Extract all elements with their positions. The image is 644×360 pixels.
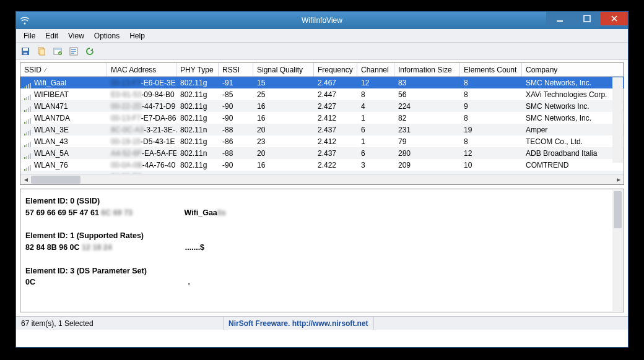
svg-point-0 xyxy=(24,23,26,25)
cell-elem: 8 xyxy=(460,112,522,124)
cell-rssi: -90 xyxy=(219,159,253,171)
grid-vertical-scrollbar[interactable] xyxy=(612,77,623,163)
column-header-freq[interactable]: Frequency xyxy=(314,63,357,76)
svg-rect-9 xyxy=(54,48,61,50)
cell-ssid: WLAN_3E xyxy=(20,124,107,135)
cell-info: 56 xyxy=(394,88,460,100)
cell-signal: 16 xyxy=(253,159,314,171)
titlebar[interactable]: WifiInfoView xyxy=(16,12,628,29)
table-row[interactable]: WLAN7DA00-13-F7-E7-DA-86802.11g-90162.41… xyxy=(20,112,624,124)
cell-company: XAVi Technologies Corp. xyxy=(522,88,624,100)
cell-signal: 15 xyxy=(253,77,314,88)
menu-file[interactable]: File xyxy=(19,30,40,41)
cell-phy: 802.11g xyxy=(176,100,219,112)
copy-icon[interactable] xyxy=(35,45,48,58)
cell-company: TECOM Co., Ltd. xyxy=(522,135,624,147)
cell-ssid: WLAN7DA xyxy=(20,112,107,124)
scroll-left-icon[interactable]: ◂ xyxy=(20,174,31,185)
column-header-elem[interactable]: Elements Count xyxy=(460,63,522,76)
refresh-icon[interactable] xyxy=(83,45,97,58)
cell-elem: 9 xyxy=(460,100,522,112)
column-header-mac[interactable]: MAC Address xyxy=(107,63,176,76)
table-row[interactable]: Wifi_Gaal00-13-F7-E6-0E-3E802.11g-91152.… xyxy=(20,77,624,88)
cell-ssid: WLAN471 xyxy=(20,100,107,112)
detail-el1-ascii: .......$ xyxy=(185,243,204,252)
wifi-signal-icon xyxy=(24,127,32,133)
cell-chan: 6 xyxy=(357,124,394,135)
detail-el1-title: Element ID: 1 (Supported Rates) xyxy=(25,231,144,240)
svg-rect-7 xyxy=(40,49,45,55)
cell-mac: E0-91-53-09-84-B0 xyxy=(107,88,176,100)
cell-company: COMTREND xyxy=(522,159,624,171)
wifi-signal-icon xyxy=(24,162,32,168)
column-header-info[interactable]: Information Size xyxy=(394,63,460,76)
scroll-right-icon[interactable]: ▸ xyxy=(613,174,624,185)
cell-company: SMC Networks Inc. xyxy=(522,100,624,112)
detail-vertical-scrollbar[interactable] xyxy=(612,190,623,311)
menubar: FileEditViewOptionsHelp xyxy=(16,29,628,43)
cell-elem: 10 xyxy=(460,159,522,171)
cell-rssi: -88 xyxy=(219,124,253,135)
cell-rssi: -88 xyxy=(219,147,253,159)
detail-el0-hex: 57 69 66 69 5F 47 61 xyxy=(25,208,99,217)
cell-freq: 2.467 xyxy=(314,77,357,88)
menu-edit[interactable]: Edit xyxy=(40,30,63,41)
cell-freq: 2.427 xyxy=(314,100,357,112)
cell-freq: 2.437 xyxy=(314,147,357,159)
menu-options[interactable]: Options xyxy=(89,30,124,41)
detail-pane[interactable]: Element ID: 0 (SSID) 57 69 66 69 5F 47 6… xyxy=(20,189,624,312)
cell-mac: A4-52-6F-EA-5A-FE xyxy=(107,147,176,159)
menu-help[interactable]: Help xyxy=(124,30,150,41)
detail-el0-ascii-extra: lis xyxy=(217,208,226,217)
table-row[interactable]: WLAN_4300-19-15-D5-43-1E802.11g-86232.41… xyxy=(20,135,624,147)
cell-company: Amper xyxy=(522,124,624,135)
save-icon[interactable] xyxy=(19,45,32,58)
statusbar: 67 item(s), 1 Selected NirSoft Freeware.… xyxy=(16,316,628,330)
wifi-signal-icon xyxy=(24,139,32,145)
properties-icon[interactable] xyxy=(51,45,64,58)
grid-horizontal-scrollbar[interactable]: ◂ ▸ xyxy=(20,174,624,184)
table-row[interactable]: WLAN47100-22-2D-44-71-D9802.11g-90162.42… xyxy=(20,100,624,112)
cell-phy: 802.11n xyxy=(176,124,219,135)
detail-el0-hex-extra: 6C 69 73 xyxy=(101,208,133,217)
cell-phy: 802.11g xyxy=(176,77,219,88)
table-row[interactable]: WIFIBEATE0-91-53-09-84-B0802.11g-85252.4… xyxy=(20,88,624,100)
wifi-signal-icon xyxy=(24,92,32,98)
grid-body[interactable]: Wifi_Gaal00-13-F7-E6-0E-3E802.11g-91152.… xyxy=(20,77,624,174)
cell-chan: 4 xyxy=(357,100,394,112)
column-header-rssi[interactable]: RSSI xyxy=(219,63,253,76)
options-icon[interactable] xyxy=(67,45,80,58)
cell-elem: 19 xyxy=(460,124,522,135)
cell-mac: 00-13-F7-E7-DA-86 xyxy=(107,112,176,124)
cell-freq: 2.437 xyxy=(314,124,357,135)
status-credit[interactable]: NirSoft Freeware. http://www.nirsoft.net xyxy=(224,317,374,330)
wifi-signal-icon xyxy=(24,103,32,109)
cell-ssid: WIFIBEAT xyxy=(20,88,107,100)
wifi-signal-icon xyxy=(24,115,32,121)
menu-view[interactable]: View xyxy=(63,30,89,41)
cell-signal: 16 xyxy=(253,100,314,112)
cell-phy: 802.11n xyxy=(176,147,219,159)
table-row[interactable]: WLAN_7600-0A-0B-4A-76-40802.11g-90162.42… xyxy=(20,159,624,171)
cell-elem: 8 xyxy=(460,88,522,100)
cell-chan: 8 xyxy=(357,88,394,100)
detail-el1-hex: 82 84 8B 96 0C xyxy=(25,243,80,252)
cell-freq: 2.447 xyxy=(314,88,357,100)
column-header-ssid[interactable]: SSID⁄ xyxy=(20,63,107,76)
cell-elem: 8 xyxy=(460,77,522,88)
close-button[interactable] xyxy=(601,12,628,25)
cell-ssid: WLAN_5A xyxy=(20,147,107,159)
maximize-button[interactable] xyxy=(573,12,601,25)
cell-phy: 802.11g xyxy=(176,112,219,124)
cell-info: 280 xyxy=(394,147,460,159)
table-row[interactable]: WLAN_5AA4-52-6F-EA-5A-FE802.11n-88202.43… xyxy=(20,147,624,159)
column-header-company[interactable]: Company xyxy=(522,63,624,76)
column-header-chan[interactable]: Channel xyxy=(357,63,394,76)
app-window: WifiInfoView FileEditViewOptionsHelp SSI… xyxy=(15,11,629,348)
cell-freq: 2.412 xyxy=(314,135,357,147)
minimize-button[interactable] xyxy=(546,12,573,25)
column-header-phy[interactable]: PHY Type xyxy=(176,63,219,76)
cell-ssid: WLAN_76 xyxy=(20,159,107,171)
column-header-signal[interactable]: Signal Quality xyxy=(253,63,314,76)
table-row[interactable]: WLAN_3E8C-0C-A3-3-21-3E-...802.11n-88202… xyxy=(20,124,624,135)
